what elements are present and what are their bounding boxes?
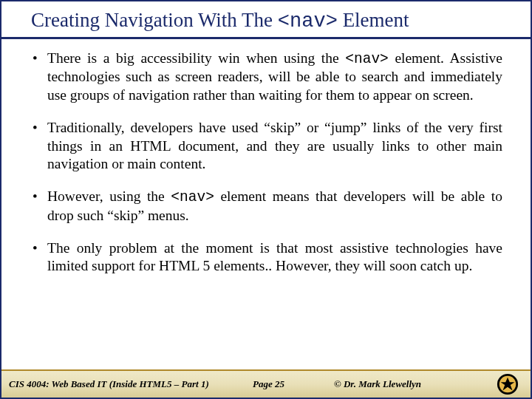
ucf-logo-icon: [497, 373, 519, 395]
title-bar: Creating Navigation With The <nav> Eleme…: [1, 1, 531, 39]
slide-body: There is a big accessibility win when us…: [1, 39, 531, 369]
slide: Creating Navigation With The <nav> Eleme…: [0, 0, 532, 399]
bullet-item: There is a big accessibility win when us…: [33, 50, 502, 104]
bullet-list: There is a big accessibility win when us…: [33, 50, 502, 276]
title-post: Element: [338, 9, 409, 31]
slide-footer: CIS 4004: Web Based IT (Inside HTML5 – P…: [1, 369, 531, 398]
footer-course: CIS 4004: Web Based IT (Inside HTML5 – P…: [9, 378, 253, 390]
bullet-item: Traditionally, developers have used “ski…: [33, 119, 502, 173]
bullet-item: However, using the <nav> element means t…: [33, 188, 502, 225]
title-code: <nav>: [278, 10, 338, 33]
bullet-text: The only problem at the moment is that m…: [47, 240, 502, 273]
footer-page: Page 25: [253, 378, 334, 390]
bullet-code: <nav>: [171, 189, 214, 205]
bullet-text: Traditionally, developers have used “ski…: [47, 120, 502, 171]
bullet-text: There is a big accessibility win when us…: [47, 50, 345, 66]
title-pre: Creating Navigation With The: [31, 9, 278, 31]
bullet-text: However, using the: [47, 188, 171, 204]
slide-title: Creating Navigation With The <nav> Eleme…: [31, 9, 516, 33]
bullet-item: The only problem at the moment is that m…: [33, 239, 502, 276]
bullet-code: <nav>: [345, 51, 389, 67]
footer-author: © Dr. Mark Llewellyn: [334, 378, 460, 390]
